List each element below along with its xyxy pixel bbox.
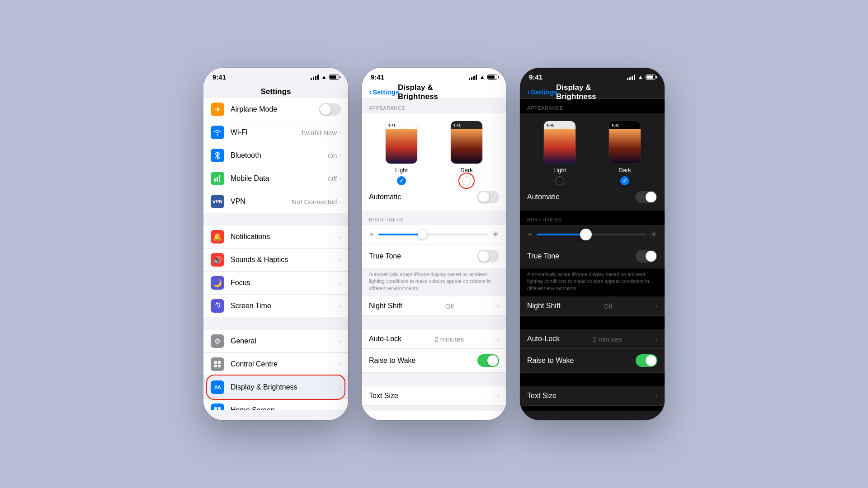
settings-item-control-centre[interactable]: Control Centre › <box>203 353 348 376</box>
phone-1: 9:41 ▲ Settings ✈ <box>203 68 348 420</box>
focus-chevron: › <box>339 279 341 286</box>
display-brightness-chevron: › <box>339 384 341 391</box>
wifi-icon-3: ▲ <box>637 74 643 80</box>
divider-2 <box>203 317 348 330</box>
brightness-fill-3 <box>537 234 586 235</box>
night-shift-item-3[interactable]: Night Shift Off › <box>520 296 665 316</box>
focus-label: Focus <box>231 279 339 287</box>
airplane-label: Airplane Mode <box>231 105 319 113</box>
text-size-item-2[interactable]: Text Size › <box>362 386 506 406</box>
light-thumb-content-3 <box>544 129 576 164</box>
true-tone-toggle-thumb-2 <box>478 251 489 262</box>
dark-thumb-content-2 <box>451 129 482 164</box>
back-btn-2[interactable]: ‹ Settings <box>369 87 399 97</box>
settings-item-screen-time[interactable]: ⏱ Screen Time › <box>203 295 348 317</box>
db-content-3: APPEARANCE 9:41 Light <box>520 99 665 411</box>
brightness-track-2[interactable] <box>378 234 488 235</box>
settings-item-notifications[interactable]: 🔔 Notifications › <box>203 225 348 249</box>
settings-item-display-brightness[interactable]: AA Display & Brightness › <box>203 376 348 399</box>
auto-lock-item-2[interactable]: Auto-Lock 2 minutes › <box>362 329 506 349</box>
settings-item-mobile-data[interactable]: Mobile Data Off › <box>203 167 348 190</box>
automatic-row-2: Automatic <box>369 191 499 203</box>
settings-item-bluetooth[interactable]: Bluetooth On › <box>203 144 348 167</box>
svg-rect-4 <box>218 361 221 364</box>
settings-item-vpn[interactable]: VPN VPN Not Connected › <box>203 190 348 213</box>
light-radio-3[interactable] <box>555 176 564 185</box>
true-tone-toggle-2[interactable] <box>477 250 499 263</box>
settings-item-home-screen[interactable]: Home Screen › <box>203 399 348 410</box>
brightness-thumb-3[interactable] <box>580 229 592 240</box>
airplane-toggle-thumb <box>320 104 331 115</box>
dark-radio-2[interactable] <box>462 176 471 185</box>
brightness-thumb-2[interactable] <box>418 230 427 239</box>
text-size-chevron-3: › <box>655 392 657 399</box>
brightness-header-3: BRIGHTNESS <box>520 211 665 225</box>
auto-lock-item-3[interactable]: Auto-Lock 2 minutes › <box>520 329 665 349</box>
settings-item-focus[interactable]: 🌙 Focus › <box>203 272 348 295</box>
phones-container: 9:41 ▲ Settings ✈ <box>203 68 665 420</box>
back-btn-3[interactable]: ‹ Settings <box>527 87 557 97</box>
sun-large-icon-2: ☀ <box>492 230 499 239</box>
sun-small-icon-2: ☀ <box>369 231 375 238</box>
automatic-row-3: Automatic <box>527 191 657 203</box>
raise-to-wake-item-3: Raise to Wake <box>520 349 665 373</box>
settings-item-general[interactable]: ⚙ General › <box>203 330 348 353</box>
true-tone-toggle-3[interactable] <box>636 250 657 263</box>
status-bar-1: 9:41 ▲ <box>203 68 348 84</box>
sounds-label: Sounds & Haptics <box>231 256 339 264</box>
wifi-icon-1: ▲ <box>321 74 327 80</box>
appearance-options-2: 9:41 Light 9:41 <box>369 121 499 185</box>
settings-item-sounds[interactable]: 🔊 Sounds & Haptics › <box>203 249 348 272</box>
text-size-item-3[interactable]: Text Size › <box>520 386 665 406</box>
airplane-icon: ✈ <box>211 103 224 116</box>
automatic-toggle-3[interactable] <box>636 191 657 203</box>
light-label-2: Light <box>395 167 408 174</box>
appearance-option-dark-2[interactable]: 9:41 Dark <box>450 121 483 185</box>
appearance-option-light-3[interactable]: 9:41 Light <box>543 121 576 185</box>
status-bar-2: 9:41 ▲ <box>362 68 506 84</box>
home-screen-label: Home Screen <box>231 406 339 410</box>
dark-radio-3[interactable] <box>620 176 629 185</box>
svg-rect-6 <box>218 365 221 367</box>
settings-item-wifi[interactable]: Wi-Fi Twinbit New › <box>203 121 348 144</box>
light-thumb-statusbar-3: 9:41 <box>544 121 576 129</box>
dark-label-2: Dark <box>460 167 472 174</box>
appearance-option-light-2[interactable]: 9:41 Light <box>385 121 418 185</box>
light-thumb-2: 9:41 <box>385 121 418 164</box>
brightness-row-2: ☀ ☀ <box>362 225 506 244</box>
mobile-data-value: Off <box>328 175 337 183</box>
dark-thumb-statusbar-2: 9:41 <box>451 121 482 129</box>
sun-large-icon-3: ☀ <box>650 230 657 239</box>
time-3: 9:41 <box>529 73 542 81</box>
settings-group-3: ⚙ General › Control Centre <box>203 330 348 410</box>
signal-icon-2 <box>469 75 477 80</box>
settings-item-airplane-mode[interactable]: ✈ Airplane Mode <box>203 98 348 121</box>
battery-icon-3 <box>646 75 656 80</box>
automatic-toggle-2[interactable] <box>477 191 499 203</box>
back-chevron-3: ‹ <box>527 87 530 97</box>
light-radio-2[interactable] <box>397 176 406 185</box>
auto-lock-label-3: Auto-Lock <box>527 335 560 343</box>
airplane-toggle[interactable] <box>319 103 341 116</box>
raise-to-wake-toggle-2[interactable] <box>477 354 499 367</box>
svg-rect-1 <box>217 177 218 182</box>
status-icons-2: ▲ <box>469 74 497 80</box>
svg-rect-7 <box>214 407 217 410</box>
gap-3 <box>362 373 506 386</box>
appearance-section-3: 9:41 Light 9:41 <box>520 113 665 211</box>
bluetooth-value: On <box>328 152 337 160</box>
night-shift-item-2[interactable]: Night Shift Off › <box>362 296 506 316</box>
battery-icon-1 <box>329 75 339 80</box>
true-tone-label-2: True Tone <box>369 252 401 260</box>
appearance-option-dark-3[interactable]: 9:41 Dark <box>609 121 641 185</box>
raise-to-wake-toggle-3[interactable] <box>636 354 657 367</box>
signal-icon-1 <box>311 75 319 80</box>
true-tone-toggle-thumb-3 <box>646 251 656 262</box>
appearance-options-3: 9:41 Light 9:41 <box>527 121 657 185</box>
svg-rect-3 <box>214 361 217 364</box>
automatic-toggle-thumb-2 <box>478 192 489 202</box>
brightness-track-3[interactable] <box>537 234 646 235</box>
screen-time-label: Screen Time <box>231 302 339 310</box>
appearance-header-3: APPEARANCE <box>520 99 665 113</box>
back-label-2: Settings <box>373 88 399 96</box>
